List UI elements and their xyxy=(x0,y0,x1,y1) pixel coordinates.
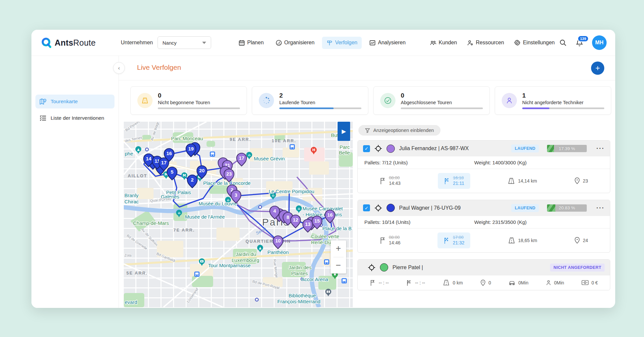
end-planned: 16:18 xyxy=(453,175,464,181)
more-options-button[interactable]: ··· xyxy=(596,145,605,152)
svg-text:16: 16 xyxy=(327,212,333,218)
antsroute-logo[interactable]: AntsRoute xyxy=(31,37,108,48)
driver-color-avatar xyxy=(387,204,395,212)
svg-text:M: M xyxy=(183,174,186,177)
driver-stats-row: 08:00 14:43 16:18 21:11 xyxy=(358,169,610,193)
svg-text:⌂: ⌂ xyxy=(298,207,300,210)
svg-text:Musée Grévin: Musée Grévin xyxy=(254,156,285,161)
svg-text:Jardin des: Jardin des xyxy=(289,265,311,270)
driver-card-pierre: Pierre Patel | NICHT ANGEFORDERT -- : --… xyxy=(357,259,610,290)
stat-label: Abgeschlossene Touren xyxy=(401,100,483,105)
tab-organisieren[interactable]: Organisieren xyxy=(271,37,319,49)
svg-text:20: 20 xyxy=(199,168,205,173)
tour-marker: 16 xyxy=(325,210,335,223)
svg-text:Parc: Parc xyxy=(340,144,350,150)
svg-text:Champ-de-Mars: Champ-de-Mars xyxy=(133,220,169,226)
locate-icon[interactable] xyxy=(374,204,382,212)
svg-text:Coulée verte: Coulée verte xyxy=(311,233,339,239)
checklist-icon xyxy=(39,114,47,122)
driver-checkbox[interactable]: ✓ xyxy=(363,204,370,211)
monument-poi: ▲ xyxy=(135,146,141,154)
page-title: Live Verfolgen xyxy=(137,63,181,71)
svg-text:Accor Arena: Accor Arena xyxy=(301,276,328,282)
status-badge: LAUFEND xyxy=(511,204,539,212)
driver-progress-bar: 20.83 % xyxy=(547,204,587,212)
weight-value: Weight: 1400/3000 (Kg) xyxy=(474,160,527,165)
company-select[interactable]: Nancy xyxy=(158,36,211,49)
svg-text:AILLOT: AILLOT xyxy=(128,173,147,178)
zoom-in-button[interactable]: + xyxy=(331,240,346,257)
more-options-button[interactable]: ··· xyxy=(596,204,605,212)
svg-text:Bd Pereire: Bd Pereire xyxy=(124,122,141,132)
search-button[interactable] xyxy=(559,39,567,47)
train-poi xyxy=(290,144,295,149)
distance-icon xyxy=(442,279,450,286)
map[interactable]: ⌂⌂⌂⌂⌂MM▲▲H9E ARR.10E ARR.7E ARR.5E ARR.A… xyxy=(124,122,353,307)
svg-text:phe: phe xyxy=(125,151,133,156)
map-pin-icon xyxy=(39,98,47,105)
svg-text:7E ARR.: 7E ARR. xyxy=(173,228,195,232)
tab-planen[interactable]: Planen xyxy=(234,37,268,49)
expand-arrow-icon: ▶ xyxy=(342,128,346,135)
nav-einstellungen[interactable]: Einstellungen xyxy=(513,37,555,48)
sidebar-item-tourenkarte[interactable]: Tourenkarte xyxy=(35,95,115,108)
svg-text:9E ARR.: 9E ARR. xyxy=(230,137,251,142)
tab-analysieren[interactable]: Analysieren xyxy=(365,37,410,49)
zoom-out-button[interactable]: − xyxy=(331,257,346,274)
end-actual: 21:11 xyxy=(453,181,464,187)
stat-label: Laufende Touren xyxy=(279,100,361,105)
stops-value: 24 xyxy=(583,238,588,243)
end-planned: 17:00 xyxy=(453,235,464,240)
technician-icon xyxy=(546,279,551,286)
display-options-button[interactable]: Anzeigeoptionen einblenden xyxy=(358,125,440,136)
end-time-box: 17:00 21:32 xyxy=(437,232,470,248)
driver-card-header[interactable]: Pierre Patel | NICHT ANGEFORDERT xyxy=(358,260,610,275)
sidebar-item-interventionen[interactable]: Liste der Interventionen xyxy=(35,111,115,125)
notification-badge: 139 xyxy=(577,35,589,42)
notifications-button[interactable]: 139 xyxy=(575,39,583,47)
road-icon xyxy=(141,96,149,105)
end-time-box: 16:18 21:11 xyxy=(438,173,470,189)
company-select-value: Nancy xyxy=(162,40,177,46)
tab-verfolgen[interactable]: Verfolgen xyxy=(322,37,362,49)
tour-marker: 13 xyxy=(303,219,313,232)
svg-text:Luxembourg: Luxembourg xyxy=(232,257,259,263)
stat-label: Nicht begonnene Touren xyxy=(158,100,240,105)
driver-stats-row: 08:00 14:46 17:00 21:32 xyxy=(358,229,610,252)
distance-value: 0 km xyxy=(453,280,463,285)
add-button[interactable]: + xyxy=(591,62,604,75)
cost-value: 0 € xyxy=(591,280,598,285)
chevron-down-icon xyxy=(202,42,206,44)
svg-text:▲: ▲ xyxy=(137,147,140,151)
svg-text:Belle: Belle xyxy=(339,150,350,155)
svg-text:Chirac: Chirac xyxy=(124,199,139,204)
tour-marker: 12 xyxy=(291,215,300,228)
tour-marker: 5 xyxy=(167,167,177,180)
car-icon xyxy=(508,279,516,286)
svg-text:Panthéon: Panthéon xyxy=(267,249,289,255)
collapse-sidebar-button[interactable]: ‹ xyxy=(113,62,125,74)
driver-checkbox[interactable]: ✓ xyxy=(363,145,370,152)
start-value: -- : -- xyxy=(379,280,389,285)
main-navigation: Planen Organisieren Verfolgen Analysiere… xyxy=(234,37,410,49)
driver-card-header[interactable]: ✓ Paul Wagner | 76-UYG-09 LAUFEND 20.83 … xyxy=(358,200,610,216)
locate-icon[interactable] xyxy=(374,145,382,152)
driver-name: Pierre Patel | xyxy=(392,265,546,271)
svg-text:François-Mitterrand: François-Mitterrand xyxy=(277,299,320,304)
nav-kunden[interactable]: Kunden xyxy=(429,38,458,48)
start-planned: 08:00 xyxy=(389,175,400,181)
svg-text:⌂: ⌂ xyxy=(248,153,250,157)
stat-card-not-started: 0 Nicht begonnene Touren xyxy=(130,86,247,115)
avatar[interactable]: MH xyxy=(592,35,607,50)
svg-text:15: 15 xyxy=(314,218,320,224)
driver-card-header[interactable]: ✓ Julia Fernandez | AS-987-WX LAUFEND 17… xyxy=(358,141,610,156)
stops-value: 0 xyxy=(488,280,491,285)
locate-icon[interactable] xyxy=(368,264,376,272)
stops-pin-icon xyxy=(574,177,580,184)
metro-poi xyxy=(255,298,258,301)
nav-ressourcen[interactable]: Ressourcen xyxy=(466,38,505,48)
check-circle-icon xyxy=(384,96,392,105)
map-expand-button[interactable]: ▶ xyxy=(338,122,350,141)
tour-marker: 10 xyxy=(273,236,283,249)
driver-load-row: Pallets: 7/12 (Units) Weight: 1400/3000 … xyxy=(358,156,610,169)
